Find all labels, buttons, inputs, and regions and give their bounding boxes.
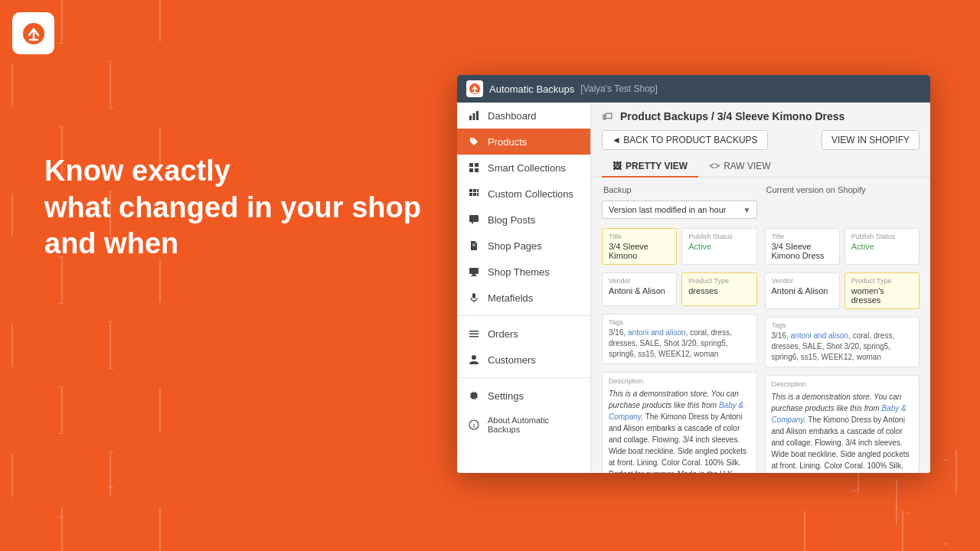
sidebar-item-custom-collections[interactable]: Custom Collections xyxy=(457,181,590,207)
current-column: Current version on Shopify Current versi… xyxy=(765,185,920,465)
raw-view-icon: <> xyxy=(709,161,720,171)
svg-marker-20 xyxy=(471,222,473,224)
sidebar-label-dashboard: Dashboard xyxy=(488,110,537,122)
current-publish-value: Active xyxy=(851,242,913,251)
backup-publish-label: Publish Status xyxy=(688,233,750,240)
person-icon xyxy=(468,354,480,366)
sidebar-label-themes: Shop Themes xyxy=(488,266,550,278)
current-tags-label: Tags xyxy=(772,321,913,329)
svg-rect-18 xyxy=(477,193,479,196)
svg-rect-11 xyxy=(469,168,473,172)
sidebar-item-orders[interactable]: Orders xyxy=(457,321,590,347)
doc-icon xyxy=(468,240,480,252)
sidebar-item-products[interactable]: Products xyxy=(457,129,590,155)
sidebar-item-blog-posts[interactable]: Blog Posts xyxy=(457,207,590,233)
title-bar: Automatic Backups [Valya's Test Shop] xyxy=(457,75,930,103)
app-title: Automatic Backups xyxy=(489,83,574,95)
current-type-card: Product Type women's dresses xyxy=(844,272,920,309)
svg-rect-24 xyxy=(472,274,475,276)
svg-rect-10 xyxy=(475,163,479,167)
current-title-card: Title 3/4 Sleeve Kimono Dress xyxy=(765,228,840,265)
breadcrumb-icon: 🏷 xyxy=(602,110,612,122)
backup-title-publish-row: Title 3/4 Sleeve Kimono Publish Status A… xyxy=(602,228,757,265)
backup-vendor-label: Vendor xyxy=(609,277,670,285)
view-in-shopify-button[interactable]: VIEW IN SHOPIFY xyxy=(822,130,920,150)
svg-rect-9 xyxy=(469,163,473,167)
sidebar: Dashboard Products Smart Collections xyxy=(457,103,591,473)
svg-rect-28 xyxy=(469,331,479,332)
tag-link-1[interactable]: antoni and alison xyxy=(628,328,686,337)
backup-type-card: Product Type dresses xyxy=(681,272,756,306)
sidebar-divider xyxy=(457,315,590,316)
backup-version-select[interactable]: Version last modified in an hour xyxy=(602,201,757,219)
svg-rect-16 xyxy=(469,193,472,196)
backup-vendor-card: Vendor Antoni & Alison xyxy=(602,272,677,306)
sidebar-item-shop-themes[interactable]: Shop Themes xyxy=(457,259,590,285)
backup-column: Backup Version last modified in an hour … xyxy=(602,185,757,465)
current-vendor-label: Vendor xyxy=(772,277,833,285)
action-bar: ◄ BACK TO PRODUCT BACKUPS VIEW IN SHOPIF… xyxy=(591,127,930,156)
current-title-value: 3/4 Sleeve Kimono Dress xyxy=(772,242,833,260)
sidebar-item-dashboard[interactable]: Dashboard xyxy=(457,103,590,129)
svg-rect-29 xyxy=(469,334,479,335)
current-description-label: Description xyxy=(772,380,913,388)
app-logo xyxy=(466,80,483,97)
breadcrumb-path: Product Backups / 3/4 Sleeve Kimono Dres… xyxy=(620,110,844,122)
sidebar-label-smart: Smart Collections xyxy=(488,162,566,174)
sidebar-item-about[interactable]: i About Automatic Backups xyxy=(457,409,590,441)
compare-area: Backup Version last modified in an hour … xyxy=(591,178,930,473)
tab-raw-view[interactable]: <> RAW VIEW xyxy=(698,156,782,178)
backup-description-text: This is a demonstration store. You can p… xyxy=(609,388,750,473)
svg-rect-6 xyxy=(469,116,472,120)
sidebar-label-pages: Shop Pages xyxy=(488,240,542,252)
backup-tags-label: Tags xyxy=(609,318,750,326)
svg-rect-19 xyxy=(469,215,479,222)
current-vendor-type-row: Vendor Antoni & Alison Product Type wome… xyxy=(765,272,920,309)
tab-pretty-view[interactable]: 🖼 PRETTY VIEW xyxy=(602,156,698,178)
main-content: 🏷 Product Backups / 3/4 Sleeve Kimono Dr… xyxy=(591,103,930,473)
sidebar-item-metafields[interactable]: Metafields xyxy=(457,285,590,311)
app-body: Dashboard Products Smart Collections xyxy=(457,103,930,473)
sidebar-label-custom: Custom Collections xyxy=(488,188,573,200)
tab-raw-label: RAW VIEW xyxy=(724,161,771,171)
current-vendor-value: Antoni & Alison xyxy=(772,286,833,295)
back-to-product-backups-button[interactable]: ◄ BACK TO PRODUCT BACKUPS xyxy=(602,130,768,150)
hero-line3: and when xyxy=(44,227,178,259)
grid-icon xyxy=(468,161,480,174)
gear-icon xyxy=(468,390,480,402)
current-type-label: Product Type xyxy=(851,277,913,285)
svg-point-31 xyxy=(472,355,476,360)
mic-icon xyxy=(468,292,480,304)
backup-title-label: Title xyxy=(609,233,670,240)
upload-icon-container xyxy=(12,12,54,54)
svg-rect-13 xyxy=(469,189,472,192)
sidebar-item-customers[interactable]: Customers xyxy=(457,347,590,373)
info-icon: i xyxy=(468,419,480,431)
sidebar-item-smart-collections[interactable]: Smart Collections xyxy=(457,155,590,181)
list-icon xyxy=(468,328,480,340)
shop-name: [Valya's Test Shop] xyxy=(580,83,658,94)
breadcrumb: 🏷 Product Backups / 3/4 Sleeve Kimono Dr… xyxy=(591,103,930,127)
svg-rect-15 xyxy=(477,189,479,192)
sidebar-label-about: About Automatic Backups xyxy=(488,416,580,434)
monitor-icon xyxy=(468,266,480,278)
svg-rect-8 xyxy=(476,111,479,120)
svg-rect-26 xyxy=(472,293,475,298)
sidebar-label-settings: Settings xyxy=(488,390,524,402)
current-tag-link-1[interactable]: antoni and alison xyxy=(791,331,849,340)
backup-type-label: Product Type xyxy=(688,277,750,285)
svg-rect-14 xyxy=(473,189,476,192)
sidebar-label-blog: Blog Posts xyxy=(488,214,535,226)
current-publish-card: Publish Status Active xyxy=(844,228,920,265)
sidebar-item-settings[interactable]: Settings xyxy=(457,383,590,409)
current-col-header: Current version on Shopify xyxy=(765,185,920,194)
chart-icon xyxy=(468,109,480,122)
tab-pretty-label: PRETTY VIEW xyxy=(626,161,688,171)
sidebar-label-customers: Customers xyxy=(488,354,536,366)
sidebar-item-shop-pages[interactable]: Shop Pages xyxy=(457,233,590,259)
backup-vendor-value: Antoni & Alison xyxy=(609,286,670,295)
svg-rect-30 xyxy=(469,336,479,337)
current-vendor-card: Vendor Antoni & Alison xyxy=(765,272,840,309)
backup-vendor-type-row: Vendor Antoni & Alison Product Type dres… xyxy=(602,272,757,306)
svg-rect-7 xyxy=(473,113,475,120)
